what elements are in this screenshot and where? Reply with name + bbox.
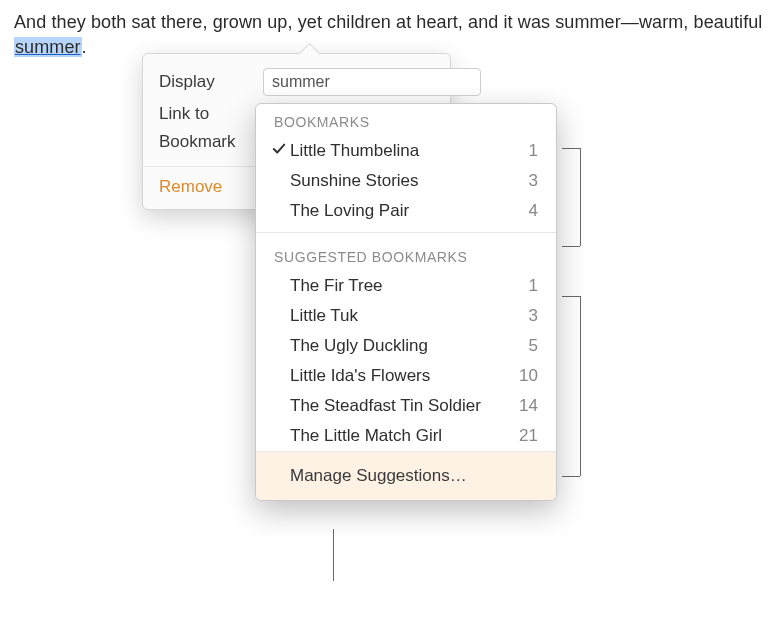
checkmark-icon bbox=[268, 141, 290, 161]
bookmark-label: Bookmark bbox=[159, 132, 251, 152]
bookmark-item-count: 3 bbox=[521, 171, 538, 191]
sentence-text-post: . bbox=[82, 37, 87, 57]
bookmark-item-count: 4 bbox=[521, 201, 538, 221]
suggested-item-count: 14 bbox=[511, 396, 538, 416]
bookmark-item[interactable]: Little Thumbelina1 bbox=[256, 136, 556, 166]
callout-tick bbox=[562, 296, 580, 297]
bookmarks-section-header: BOOKMARKS bbox=[256, 104, 556, 136]
suggested-item-count: 1 bbox=[521, 276, 538, 296]
hyperlink-word[interactable]: summer bbox=[14, 37, 82, 57]
suggested-item[interactable]: Little Tuk3 bbox=[256, 301, 556, 331]
suggested-item[interactable]: The Little Match Girl21 bbox=[256, 421, 556, 451]
suggested-item[interactable]: The Ugly Duckling5 bbox=[256, 331, 556, 361]
bookmark-item-label: Sunshine Stories bbox=[290, 171, 521, 191]
sentence-text-pre: And they both sat there, grown up, yet c… bbox=[14, 12, 762, 32]
suggested-section-header: SUGGESTED BOOKMARKS bbox=[256, 239, 556, 271]
bookmark-item-count: 1 bbox=[521, 141, 538, 161]
suggested-item[interactable]: The Fir Tree1 bbox=[256, 271, 556, 301]
suggested-item-count: 3 bbox=[521, 306, 538, 326]
callout-tick bbox=[562, 476, 580, 477]
document-canvas: And they both sat there, grown up, yet c… bbox=[0, 0, 778, 526]
callout-tick bbox=[562, 148, 580, 149]
bookmark-item-label: The Loving Pair bbox=[290, 201, 521, 221]
suggested-item-label: Little Tuk bbox=[290, 306, 521, 326]
suggested-item[interactable]: The Steadfast Tin Soldier14 bbox=[256, 391, 556, 421]
suggested-item-label: The Ugly Duckling bbox=[290, 336, 521, 356]
display-row: Display bbox=[143, 64, 450, 100]
suggested-item[interactable]: Little Ida's Flowers10 bbox=[256, 361, 556, 391]
callout-bracket-bookmarks bbox=[580, 148, 581, 246]
bookmark-dropdown: BOOKMARKS Little Thumbelina1Sunshine Sto… bbox=[255, 103, 557, 501]
section-divider bbox=[256, 232, 556, 233]
display-input[interactable] bbox=[263, 68, 481, 96]
suggested-item-label: The Little Match Girl bbox=[290, 426, 511, 446]
suggested-item-label: Little Ida's Flowers bbox=[290, 366, 511, 386]
linkto-label: Link to bbox=[159, 104, 251, 124]
bookmark-item-label: Little Thumbelina bbox=[290, 141, 521, 161]
callout-line-manage bbox=[333, 529, 334, 581]
suggested-item-count: 5 bbox=[521, 336, 538, 356]
callout-bracket-suggested bbox=[580, 296, 581, 476]
suggested-item-label: The Fir Tree bbox=[290, 276, 521, 296]
manage-suggestions-button[interactable]: Manage Suggestions… bbox=[256, 451, 556, 500]
bookmark-item[interactable]: The Loving Pair4 bbox=[256, 196, 556, 226]
bookmark-item[interactable]: Sunshine Stories3 bbox=[256, 166, 556, 196]
suggested-item-label: The Steadfast Tin Soldier bbox=[290, 396, 511, 416]
display-label: Display bbox=[159, 72, 251, 92]
callout-tick bbox=[562, 246, 580, 247]
suggested-item-count: 10 bbox=[511, 366, 538, 386]
suggested-item-count: 21 bbox=[511, 426, 538, 446]
